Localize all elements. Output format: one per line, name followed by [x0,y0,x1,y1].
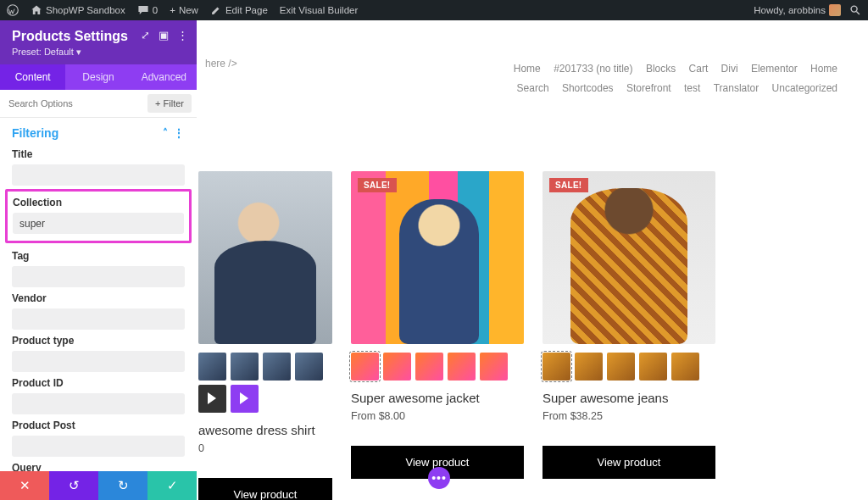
product-image[interactable] [198,171,332,344]
thumbnail[interactable] [575,353,603,381]
product-card: SALE! Super awesome jacket From $8.00 Vi… [351,171,524,500]
sidebar-header: Products Settings Preset: Default ▾ ⤢ ▣ … [0,20,197,64]
field-product-type: Product type [0,331,197,374]
tag-input[interactable] [12,266,185,287]
nav-home2[interactable]: Home [810,63,837,75]
field-product-post: Product Post [0,416,197,458]
thumbnail[interactable] [263,353,291,381]
howdy-user[interactable]: Howdy, arobbins [754,4,841,16]
title-input[interactable] [12,164,185,186]
product-price: From $8.00 [351,410,524,422]
product-name[interactable]: Super awesome jeans [542,391,715,405]
field-collection-highlighted: Collection [5,189,192,243]
thumbnail-selected[interactable] [351,353,379,381]
page-preview: here /> Home #201733 (no title) Blocks C… [197,20,868,500]
section-filtering[interactable]: Filtering ˄ ⋮ [0,118,197,145]
chevron-up-icon: ˄ [163,127,168,139]
preset-label[interactable]: Preset: Default ▾ [12,47,185,58]
nav-home[interactable]: Home [514,63,541,75]
view-product-button[interactable]: View product [198,478,332,500]
wp-logo[interactable] [7,4,19,16]
edit-page-link[interactable]: Edit Page [210,4,268,16]
thumbnail[interactable] [671,353,699,381]
site-name-link[interactable]: ShopWP Sandbox [31,4,125,16]
discard-button[interactable]: ✕ [0,471,49,500]
product-post-input[interactable] [12,436,185,457]
search-input[interactable] [0,92,142,115]
product-thumbnails [198,353,332,413]
divi-floating-menu[interactable]: ••• [428,467,450,489]
sidebar-tabs: Content Design Advanced [0,64,197,90]
svg-point-1 [851,6,857,12]
nav-shortcodes[interactable]: Shortcodes [562,82,614,94]
product-name[interactable]: awesome dress shirt [198,423,332,437]
thumbnail[interactable] [295,353,323,381]
collection-input[interactable] [13,213,184,234]
product-price: 0 [198,442,332,454]
thumbnail-selected[interactable] [542,353,570,381]
thumbnail[interactable] [639,353,667,381]
thumbnail[interactable] [607,353,635,381]
thumbnail[interactable] [415,353,443,381]
module-settings-sidebar: Products Settings Preset: Default ▾ ⤢ ▣ … [0,20,197,473]
module-action-bar: ✕ ↺ ↻ ✓ [0,471,197,500]
nav-cart[interactable]: Cart [689,63,709,75]
product-id-input[interactable] [12,393,185,414]
nav-translator[interactable]: Translator [714,82,760,94]
product-thumbnails [351,353,524,381]
product-price: From $38.25 [542,410,715,422]
nav-divi[interactable]: Divi [721,63,738,75]
search-icon[interactable] [849,4,861,16]
thumbnail-video[interactable] [198,385,226,413]
drag-icon[interactable]: ▣ [159,29,169,42]
nav-uncategorized[interactable]: Uncategorized [772,82,837,94]
exit-visual-builder[interactable]: Exit Visual Builder [280,5,358,15]
sale-badge: SALE! [549,178,588,192]
field-title: Title [0,145,197,187]
sidebar-scroll[interactable]: Filtering ˄ ⋮ Title Collection Tag Vendo… [0,118,197,473]
nav-201733[interactable]: #201733 (no title) [554,63,632,75]
redo-button[interactable]: ↻ [98,471,147,500]
comments-link[interactable]: 0 [137,4,158,16]
nav-storefront[interactable]: Storefront [626,82,671,94]
product-type-input[interactable] [12,351,185,372]
nav-search[interactable]: Search [517,82,549,94]
expand-icon[interactable]: ⤢ [141,29,150,42]
nav-blocks[interactable]: Blocks [646,63,676,75]
thumbnail[interactable] [383,353,411,381]
nav-elementor[interactable]: Elementor [751,63,798,75]
wp-admin-bar: ShopWP Sandbox 0 + New Edit Page Exit Vi… [0,0,868,20]
product-grid: awesome dress shirt 0 View product SALE!… [205,171,837,500]
thumbnail-video[interactable] [231,385,259,413]
more-icon[interactable]: ⋮ [177,29,188,42]
thumbnail[interactable] [198,353,226,381]
tab-advanced[interactable]: Advanced [131,64,197,90]
thumbnail[interactable] [231,353,259,381]
new-link[interactable]: + New [170,5,198,15]
product-card: awesome dress shirt 0 View product [198,171,332,500]
field-product-id: Product ID [0,374,197,416]
avatar [829,4,841,16]
sidebar-search: + Filter [0,90,197,118]
field-vendor: Vendor [0,289,197,331]
field-tag: Tag [0,247,197,289]
sale-badge: SALE! [358,178,397,192]
product-thumbnails [542,353,715,381]
thumbnail[interactable] [480,353,508,381]
undo-button[interactable]: ↺ [49,471,98,500]
nav-test[interactable]: test [684,82,700,94]
product-name[interactable]: Super awesome jacket [351,391,524,405]
thumbnail[interactable] [448,353,476,381]
save-button[interactable]: ✓ [147,471,197,500]
vendor-input[interactable] [12,308,185,330]
view-product-button[interactable]: View product [542,446,715,479]
top-navigation: Home #201733 (no title) Blocks Cart Divi… [504,59,837,98]
product-image[interactable]: SALE! [542,171,715,344]
tab-content[interactable]: Content [0,64,65,90]
section-more-icon[interactable]: ⋮ [173,126,185,140]
tab-design[interactable]: Design [65,64,131,90]
product-image[interactable]: SALE! [351,171,524,344]
filter-button[interactable]: + Filter [147,94,192,113]
product-card: SALE! Super awesome jeans From $38.25 Vi… [542,171,715,500]
